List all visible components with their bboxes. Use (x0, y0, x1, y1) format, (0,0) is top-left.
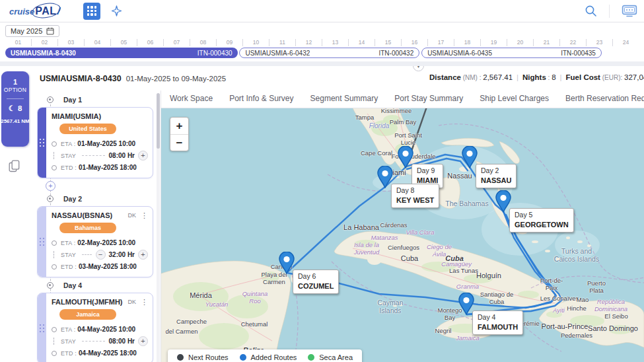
add-port-button[interactable]: + (46, 181, 55, 191)
etd-icon (52, 165, 57, 170)
drag-handle[interactable] (38, 207, 46, 277)
etd-label: ETD : (61, 350, 77, 357)
etd-row: ETD :01-May-2025 18:00 (52, 163, 148, 172)
tab-work-space[interactable]: Work Space (169, 91, 213, 108)
app-header: cruisePAL/ (0, 0, 644, 22)
legend-dot (308, 354, 314, 361)
day-label: Day 1 (63, 96, 82, 104)
legend-item: Seca Area (308, 353, 353, 361)
timeline-bars: USMIAUSMIA-8-0430ITN-000430USMIAUSMIA-6-… (5, 48, 639, 59)
increase-stay-button[interactable]: + (138, 250, 148, 260)
day-label: Day 2 (63, 195, 82, 203)
tab-berth-reservation-request[interactable]: Berth Reservation Request (565, 91, 644, 108)
option-distance: 2567.41 NM (1, 118, 30, 124)
itinerary-title: USMIAUSMIA-8-0430 (40, 74, 122, 83)
tab-port-info-survey[interactable]: Port Info & Survey (229, 91, 294, 108)
collapse-panel-button[interactable]: ▾ (413, 66, 424, 71)
stat-item: Fuel Cost (EUR): 327,043.99 (566, 73, 644, 81)
port-card[interactable]: MIAMI(USMIA)United StatesETA :01-May-202… (37, 107, 153, 178)
etd-row: ETD :03-May-2025 18:00 (52, 262, 148, 272)
card-menu-button[interactable]: ⋮ (141, 299, 148, 305)
legend-label: Seca Area (319, 353, 353, 361)
legend-label: Added Routes (251, 353, 297, 361)
option-rail: 1 OPTION ☾8 2567.41 NM (0, 66, 30, 362)
search-icon[interactable] (585, 5, 597, 17)
port-card[interactable]: FALMOUTH(JMFMH)DK⋮JamaicaETA :04-May-202… (37, 293, 153, 362)
timeline-day-tick: 07 (164, 39, 190, 46)
stat-value: 327,043.99 (624, 73, 644, 81)
stay-dashes (82, 254, 92, 255)
legend-item: Next Routes (177, 353, 229, 361)
timeline-day-tick: 20 (507, 39, 534, 46)
itinerary-bar-name: USMIAUSMIA-6-0432 (245, 50, 310, 57)
marker-port: COZUMEL (298, 281, 334, 291)
itinerary-bar-itn: ITN-000430 (194, 50, 233, 57)
tab-port-stay-summary[interactable]: Port Stay Summary (394, 91, 464, 108)
stat-value: 8 (552, 73, 555, 81)
copy-option-icon[interactable] (9, 160, 20, 175)
tab-segment-summary[interactable]: Segment Summary (310, 91, 379, 108)
stat-unit: (EUR): (600, 74, 624, 81)
map-zoom-control: + − (170, 117, 189, 151)
day-header: Day 4 (30, 280, 161, 291)
etd-value: 03-May-2025 18:00 (79, 263, 137, 270)
sidebar-scrollbar[interactable] (157, 93, 160, 362)
stay-connector-icon (54, 152, 54, 159)
port-card-titlebar: FALMOUTH(JMFMH)DK⋮ (52, 297, 148, 307)
stay-label: STAY (61, 338, 76, 345)
marker-day: Day 2 (481, 166, 511, 176)
calendar-icon (46, 27, 54, 35)
eta-value: 02-May-2025 10:00 (77, 239, 135, 246)
country-badge: Jamaica (59, 309, 116, 320)
content-area: 1 OPTION ☾8 2567.41 NM ▾ USMIAUSMIA-8-04… (0, 66, 644, 362)
cruisepal-logo[interactable]: cruisePAL/ (9, 5, 66, 17)
marker-day: Day 8 (396, 186, 434, 196)
option-tab[interactable]: 1 OPTION ☾8 2567.41 NM (1, 71, 29, 147)
itinerary-bar[interactable]: USMIAUSMIA-6-0432ITN-000432 (239, 48, 419, 58)
day-list: Day 1MIAMI(USMIA)United StatesETA :01-Ma… (30, 94, 161, 362)
port-card[interactable]: NASSAU(BSNAS)DK⋮BahamasETA :02-May-2025 … (37, 206, 153, 277)
timeline-day-tick: 24 (613, 39, 639, 46)
timeline-bottom-strip (0, 61, 644, 66)
map-marker-label: Day 4FALMOUTH (472, 310, 523, 335)
marker-day: Day 4 (478, 313, 518, 322)
legend-dot (240, 354, 246, 361)
month-picker[interactable]: May 2025 (5, 25, 59, 37)
etd-row: ETD :04-May-2025 18:00 (52, 348, 148, 358)
eta-label: ETA : (61, 326, 75, 333)
logo-text-pal: PAL (35, 5, 56, 17)
timeline-day-tick: 12 (296, 39, 322, 46)
stay-dashes (82, 155, 105, 156)
increase-stay-button[interactable]: + (138, 336, 148, 346)
moon-icon: ☾ (9, 104, 15, 113)
timeline-day-tick: 04 (85, 39, 111, 46)
itinerary-bar[interactable]: USMIAUSMIA-8-0430ITN-000430 (5, 48, 238, 58)
monitor-icon[interactable] (622, 5, 637, 17)
marker-port: KEY WEST (396, 196, 434, 205)
zoom-out-button[interactable]: − (170, 134, 188, 151)
timeline-day-tick: 02 (32, 39, 58, 46)
grid-apps-icon[interactable] (83, 3, 100, 20)
stay-row: STAY08:00 Hr+ (52, 336, 148, 346)
itinerary-bar[interactable]: USMIAUSMIA-6-0435ITN-000435 (421, 48, 602, 58)
timeline-day-tick: 08 (190, 39, 217, 46)
increase-stay-button[interactable]: + (138, 151, 148, 161)
tab-ship-level-charges[interactable]: Ship Level Charges (479, 91, 550, 108)
stat-item: Nights : 8 (522, 73, 556, 81)
drag-handle[interactable] (38, 108, 46, 178)
timeline-day-tick: 05 (111, 39, 137, 46)
day-marker-icon (47, 196, 54, 202)
eta-label: ETA : (61, 141, 75, 147)
timeline-day-tick: 15 (375, 39, 402, 46)
day-header: Day 1 (30, 94, 161, 105)
zoom-in-button[interactable]: + (170, 118, 188, 134)
itinerary-bar-name: USMIAUSMIA-6-0435 (427, 50, 492, 57)
drag-handle[interactable] (38, 293, 46, 362)
stat-separator: | (517, 73, 519, 81)
card-menu-button[interactable]: ⋮ (141, 212, 148, 219)
timeline-day-tick: 11 (269, 39, 296, 46)
sparkle-icon[interactable] (111, 5, 122, 17)
eta-icon (52, 141, 57, 147)
decrease-stay-button[interactable]: − (96, 250, 106, 260)
map-view[interactable]: + − Next RoutesAdded RoutesSeca Area Tam… (161, 108, 644, 362)
